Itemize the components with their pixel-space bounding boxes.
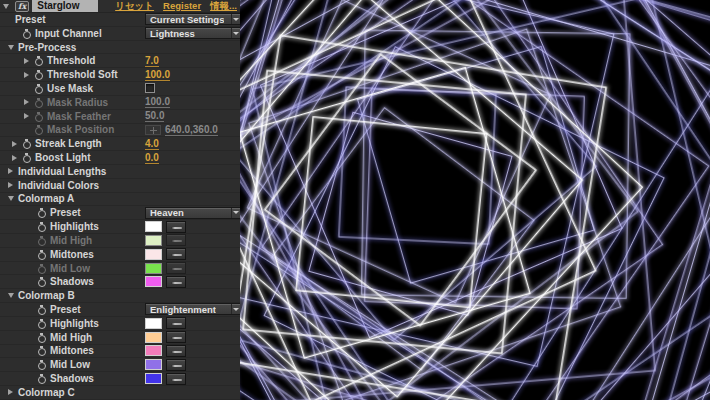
stopwatch-icon[interactable] (34, 83, 45, 94)
eyedropper-button[interactable] (166, 234, 186, 246)
stopwatch-icon[interactable] (37, 359, 48, 370)
param-control: 100.0 (145, 96, 170, 109)
eyedropper-button[interactable] (166, 359, 186, 371)
stopwatch-icon[interactable] (22, 28, 33, 39)
expander-icon[interactable] (24, 99, 34, 105)
param-row-mask-position: Mask Position640.0,360.0 (0, 124, 240, 138)
dropdown-preset[interactable]: Current Settings (145, 13, 240, 25)
color-swatch-shadows[interactable] (145, 276, 162, 287)
effect-header-row: fx Starglow リセット Register 情報... (0, 0, 240, 13)
reset-link[interactable]: リセット (115, 0, 154, 13)
param-value[interactable]: 4.0 (145, 138, 159, 150)
about-link[interactable]: 情報... (210, 0, 237, 13)
chevron-down-icon (231, 14, 240, 24)
stopwatch-icon[interactable] (37, 332, 48, 343)
color-swatch-mid-low[interactable] (145, 263, 162, 274)
expander-icon[interactable] (8, 182, 18, 188)
color-swatch-midtones[interactable] (145, 249, 162, 260)
param-control: 640.0,360.0 (145, 124, 218, 137)
expander-icon[interactable] (24, 58, 34, 64)
param-value[interactable]: 100.0 (145, 69, 170, 81)
expander-icon[interactable] (12, 141, 22, 147)
stopwatch-icon[interactable] (37, 318, 48, 329)
parameter-rows: PresetCurrent SettingsInput ChannelLight… (0, 13, 240, 400)
param-row-highlights: Highlights (0, 317, 240, 331)
stopwatch-icon[interactable] (34, 124, 45, 135)
param-control (145, 317, 186, 330)
color-swatch-mid-low[interactable] (145, 359, 162, 370)
eyedropper-button[interactable] (166, 248, 186, 260)
chevron-down-icon (231, 304, 240, 314)
param-label: Mask Feather (47, 111, 111, 122)
param-control (145, 234, 186, 247)
eyedropper-button[interactable] (166, 262, 186, 274)
effect-expander-icon[interactable] (3, 4, 13, 9)
param-label: Midtones (50, 249, 94, 260)
param-value[interactable]: 50.0 (145, 110, 164, 122)
param-control (145, 82, 155, 95)
dropdown-preset[interactable]: Enlightenment (145, 303, 240, 315)
expander-icon[interactable] (8, 389, 18, 395)
eyedropper-button[interactable] (166, 345, 186, 357)
param-row-boost-light: Boost Light0.0 (0, 151, 240, 165)
param-row-shadows: Shadows (0, 372, 240, 386)
expander-icon[interactable] (8, 168, 18, 174)
param-row-preset: PresetCurrent Settings (0, 13, 240, 27)
starglow-render (240, 0, 710, 400)
stopwatch-icon[interactable] (37, 345, 48, 356)
dropdown-selected-value: Enlightenment (146, 304, 216, 315)
color-swatch-highlights[interactable] (145, 318, 162, 329)
checkbox-use-mask[interactable] (145, 83, 155, 93)
stopwatch-icon[interactable] (37, 207, 48, 218)
group-row-colormap-a: Colormap A (0, 193, 240, 207)
group-row-colormap-c: Colormap C (0, 386, 240, 400)
register-link[interactable]: Register (163, 0, 201, 13)
dropdown-selected-value: Heaven (146, 207, 184, 218)
expander-icon[interactable] (12, 155, 22, 161)
effect-name[interactable]: Starglow (32, 0, 98, 12)
expander-icon[interactable] (24, 72, 34, 78)
param-control: 7.0 (145, 54, 159, 67)
param-label: Preset (50, 207, 81, 218)
stopwatch-icon[interactable] (37, 263, 48, 274)
eyedropper-button[interactable] (166, 331, 186, 343)
expander-icon[interactable] (8, 45, 18, 50)
param-value[interactable]: 0.0 (145, 152, 159, 164)
color-swatch-shadows[interactable] (145, 373, 162, 384)
stopwatch-icon[interactable] (34, 55, 45, 66)
param-value[interactable]: 100.0 (145, 96, 170, 108)
expander-icon[interactable] (8, 196, 18, 201)
param-row-highlights: Highlights (0, 220, 240, 234)
param-label: Highlights (50, 221, 99, 232)
stopwatch-icon[interactable] (37, 276, 48, 287)
stopwatch-icon[interactable] (22, 152, 33, 163)
stopwatch-icon[interactable] (34, 69, 45, 80)
color-swatch-highlights[interactable] (145, 221, 162, 232)
color-swatch-mid-high[interactable] (145, 332, 162, 343)
eyedropper-button[interactable] (166, 221, 186, 233)
stopwatch-icon[interactable] (37, 373, 48, 384)
position-crosshair-button[interactable] (145, 125, 161, 135)
eyedropper-button[interactable] (166, 276, 186, 288)
dropdown-preset[interactable]: Heaven (145, 207, 240, 219)
stopwatch-icon[interactable] (34, 97, 45, 108)
stopwatch-icon[interactable] (37, 221, 48, 232)
param-control (145, 358, 186, 371)
expander-icon[interactable] (8, 293, 18, 298)
param-value[interactable]: 640.0,360.0 (165, 124, 218, 136)
dropdown-input-channel[interactable]: Lightness (145, 27, 240, 39)
stopwatch-icon[interactable] (37, 304, 48, 315)
stopwatch-icon[interactable] (22, 138, 33, 149)
param-row-mid-high: Mid High (0, 331, 240, 345)
expander-icon[interactable] (24, 113, 34, 119)
eyedropper-button[interactable] (166, 317, 186, 329)
stopwatch-icon[interactable] (37, 249, 48, 260)
color-swatch-midtones[interactable] (145, 345, 162, 356)
param-control: 50.0 (145, 110, 164, 123)
stopwatch-icon[interactable] (37, 235, 48, 246)
stopwatch-icon[interactable] (34, 111, 45, 122)
param-label: Shadows (50, 276, 94, 287)
param-value[interactable]: 7.0 (145, 55, 159, 67)
eyedropper-button[interactable] (166, 373, 186, 385)
color-swatch-mid-high[interactable] (145, 235, 162, 246)
